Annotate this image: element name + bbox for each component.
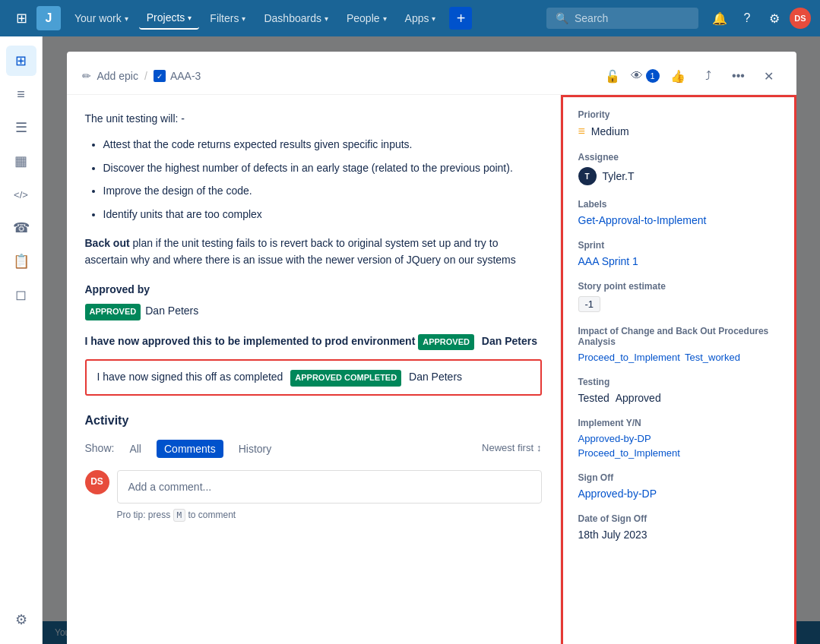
priority-field: Priority ≡ Medium bbox=[578, 109, 779, 138]
thumbsup-button[interactable]: 👍 bbox=[666, 64, 690, 88]
testing-tag-1: Approved bbox=[616, 392, 661, 404]
labels-label: Labels bbox=[578, 199, 779, 210]
filter-comments-button[interactable]: Comments bbox=[157, 440, 223, 458]
commenter-avatar: DS bbox=[85, 470, 109, 494]
assignee-avatar: T bbox=[578, 167, 597, 185]
approved-by-row: APPROVEDDan Peters bbox=[85, 302, 542, 320]
nav-dashboards[interactable]: Dashboards ▾ bbox=[256, 8, 336, 29]
list-item: Improve the design of the code. bbox=[103, 182, 542, 199]
comment-input[interactable]: Add a comment... bbox=[117, 470, 542, 504]
signoff-value[interactable]: Approved-by-DP bbox=[578, 488, 779, 500]
testing-field: Testing Tested Approved bbox=[578, 377, 779, 404]
date-value: 18th July 2023 bbox=[578, 529, 779, 541]
lock-button[interactable]: 🔓 bbox=[600, 64, 625, 88]
priority-icon: ≡ bbox=[578, 125, 585, 138]
chevron-down-icon: ▾ bbox=[325, 14, 328, 23]
sidebar-item-home[interactable]: ⊞ bbox=[6, 46, 36, 76]
implement-tag-1[interactable]: Proceed_to_Implement bbox=[578, 447, 779, 459]
sidebar-item-settings[interactable]: ⚙ bbox=[6, 605, 36, 635]
pro-tip-suffix: to comment bbox=[188, 510, 236, 520]
sidebar-item-shapes[interactable]: ◻ bbox=[6, 279, 36, 310]
backout-paragraph: Back out plan if the unit testing fails … bbox=[85, 235, 542, 269]
nav-apps-label: Apps bbox=[405, 12, 429, 24]
comment-area: DS Add a comment... bbox=[85, 470, 542, 504]
search-bar[interactable]: 🔍 bbox=[546, 8, 698, 29]
breadcrumb-task[interactable]: ✓ AAA-3 bbox=[154, 70, 201, 82]
eye-icon: 👁 bbox=[631, 69, 643, 83]
priority-value: Medium bbox=[591, 125, 629, 137]
search-input[interactable] bbox=[575, 12, 689, 24]
impact-tag-0[interactable]: Proceed_to_Implement bbox=[578, 352, 680, 363]
chevron-down-icon: ▾ bbox=[383, 14, 387, 23]
story-point-value[interactable]: -1 bbox=[578, 296, 779, 312]
signed-off-box: I have now signed this off as completed … bbox=[85, 359, 542, 396]
sidebar-item-backlog[interactable]: ≡ bbox=[6, 79, 36, 109]
sidebar-item-code[interactable]: </> bbox=[6, 179, 36, 210]
impact-tag-1[interactable]: Test_worked bbox=[685, 352, 740, 363]
testing-tags-row: Tested Approved bbox=[578, 392, 779, 404]
impact-field: Impact of Change and Back Out Procedures… bbox=[578, 326, 779, 363]
user-avatar[interactable]: DS bbox=[790, 8, 811, 29]
content-intro: The unit testing will: - bbox=[85, 110, 542, 127]
label-value[interactable]: Get-Approval-to-Implement bbox=[578, 214, 779, 226]
nav-filters[interactable]: Filters ▾ bbox=[202, 8, 253, 29]
modal-right-panel: Priority ≡ Medium Assignee T Tyler.T bbox=[561, 95, 796, 644]
sidebar-item-grid[interactable]: ▦ bbox=[6, 146, 36, 176]
sprint-value[interactable]: AAA Sprint 1 bbox=[578, 255, 779, 267]
sort-button[interactable]: Newest first ↕ bbox=[482, 440, 541, 456]
impact-label: Impact of Change and Back Out Procedures… bbox=[578, 326, 779, 347]
implement-tag-0[interactable]: Approved-by-DP bbox=[578, 433, 779, 444]
sprint-field: Sprint AAA Sprint 1 bbox=[578, 240, 779, 267]
nav-projects-label: Projects bbox=[147, 11, 185, 24]
signed-off-name: Dan Peters bbox=[409, 371, 462, 383]
nav-your-work-label: Your work bbox=[74, 12, 122, 24]
more-actions-button[interactable]: ••• bbox=[727, 64, 751, 88]
activity-title: Activity bbox=[85, 411, 542, 431]
activity-show-row: Show: All Comments History Newest first … bbox=[85, 440, 542, 458]
pro-tip-key: M bbox=[173, 509, 186, 522]
notifications-button[interactable]: 🔔 bbox=[708, 6, 732, 30]
share-button[interactable]: ⤴ bbox=[696, 64, 720, 88]
nav-your-work[interactable]: Your work ▾ bbox=[67, 8, 136, 29]
sort-label: Newest first bbox=[482, 440, 533, 456]
chevron-down-icon: ▾ bbox=[125, 14, 128, 23]
nav-apps[interactable]: Apps ▾ bbox=[397, 8, 444, 29]
activity-section: Activity Show: All Comments History Newe… bbox=[85, 411, 542, 522]
story-point-badge: -1 bbox=[578, 296, 601, 312]
grid-menu-icon[interactable]: ⊞ bbox=[9, 6, 33, 30]
filter-history-button[interactable]: History bbox=[231, 440, 280, 458]
filter-all-button[interactable]: All bbox=[122, 440, 149, 458]
modal-left-panel: The unit testing will: - Attest that the… bbox=[67, 95, 561, 644]
jira-logo[interactable]: J bbox=[36, 6, 61, 30]
nav-projects[interactable]: Projects ▾ bbox=[139, 7, 200, 30]
nav-people[interactable]: People ▾ bbox=[339, 8, 394, 29]
assignee-row[interactable]: T Tyler.T bbox=[578, 167, 779, 185]
breadcrumb-separator: / bbox=[144, 70, 147, 82]
sidebar-item-board[interactable]: ☰ bbox=[6, 112, 36, 143]
nav-people-label: People bbox=[347, 12, 380, 24]
implement-tags-row: Approved-by-DP Proceed_to_Implement bbox=[578, 433, 779, 459]
priority-row[interactable]: ≡ Medium bbox=[578, 125, 779, 138]
watch-container[interactable]: 👁 1 bbox=[631, 69, 660, 83]
sprint-label: Sprint bbox=[578, 240, 779, 251]
create-button[interactable]: + bbox=[449, 7, 472, 30]
sort-icon: ↕ bbox=[537, 440, 542, 456]
approved-msg-badge: APPROVED bbox=[418, 334, 474, 351]
date-label: Date of Sign Off bbox=[578, 513, 779, 524]
chevron-down-icon: ▾ bbox=[432, 14, 435, 23]
chevron-down-icon: ▾ bbox=[188, 14, 192, 22]
approved-name: Dan Peters bbox=[145, 305, 198, 317]
help-button[interactable]: ? bbox=[735, 6, 759, 30]
sidebar-item-phone[interactable]: ☎ bbox=[6, 213, 36, 243]
approved-message: I have now approved this to be implement… bbox=[85, 333, 542, 351]
testing-tag-0: Tested bbox=[578, 392, 609, 404]
sidebar-item-notes[interactable]: 📋 bbox=[6, 246, 36, 276]
breadcrumb-epic[interactable]: Add epic bbox=[97, 70, 138, 82]
approved-by-title: Approved by bbox=[85, 281, 542, 298]
signoff-label: Sign Off bbox=[578, 472, 779, 483]
list-item: Discover the highest number of defects i… bbox=[103, 159, 542, 176]
assignee-label: Assignee bbox=[578, 152, 779, 163]
close-button[interactable]: ✕ bbox=[757, 64, 781, 88]
breadcrumb: ✏ Add epic / ✓ AAA-3 bbox=[82, 70, 201, 82]
settings-button[interactable]: ⚙ bbox=[762, 6, 787, 30]
